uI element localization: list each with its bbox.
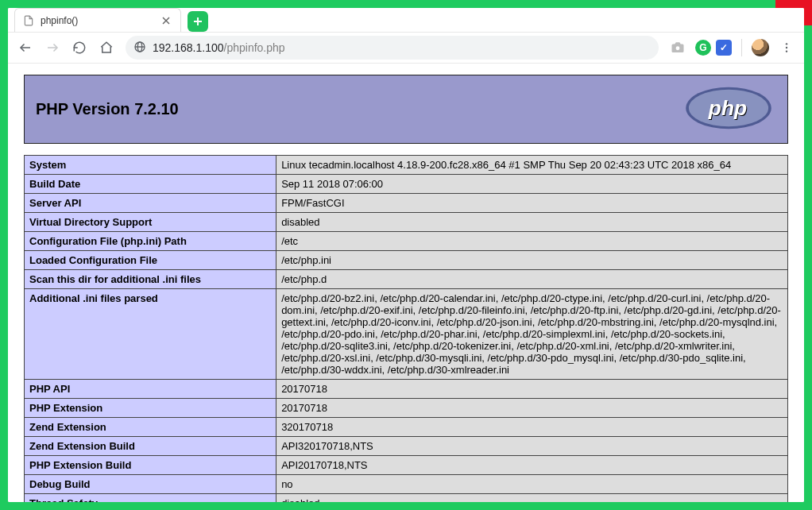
config-value: no [276, 475, 788, 494]
new-tab-button[interactable] [188, 11, 208, 32]
table-row: Zend Extension320170718 [25, 418, 788, 437]
php-version-title: PHP Version 7.2.10 [36, 100, 179, 118]
browser-toolbar: 192.168.1.100/phpinfo.php G ✓ [8, 32, 804, 64]
table-row: Loaded Configuration File/etc/php.ini [25, 251, 788, 270]
config-key: Debug Build [25, 475, 276, 494]
table-row: PHP API20170718 [25, 380, 788, 399]
table-row: Configuration File (php.ini) Path/etc [25, 232, 788, 251]
config-key: PHP API [25, 380, 276, 399]
tab-title: phpinfo() [41, 15, 153, 26]
grammarly-extension-icon[interactable]: G [695, 40, 711, 56]
table-row: Server APIFPM/FastCGI [25, 194, 788, 213]
svg-point-16 [786, 50, 787, 52]
svg-text:php: php [708, 96, 747, 120]
config-key: PHP Extension [25, 399, 276, 418]
svg-point-14 [786, 43, 787, 44]
phpinfo-page: PHP Version 7.2.10 php php SystemLinux t… [8, 64, 804, 502]
toolbar-separator [741, 39, 742, 56]
forward-button[interactable] [40, 35, 65, 60]
extension-icon[interactable]: ✓ [716, 40, 732, 56]
back-button[interactable] [13, 35, 38, 60]
config-value: 20170718 [276, 399, 788, 418]
config-value: FPM/FastCGI [276, 194, 788, 213]
table-row: Additional .ini files parsed/etc/php.d/2… [25, 289, 788, 380]
config-key: Server API [25, 194, 276, 213]
config-key: Zend Extension Build [25, 437, 276, 456]
address-bar[interactable]: 192.168.1.100/phpinfo.php [126, 36, 659, 60]
config-value: disabled [276, 494, 788, 503]
phpinfo-table: SystemLinux tecadmin.localhost 4.18.9-20… [24, 155, 788, 502]
svg-point-13 [676, 46, 680, 50]
file-icon [23, 15, 34, 26]
tab-close-button[interactable] [160, 14, 172, 27]
config-key: System [25, 156, 276, 175]
site-info-icon[interactable] [133, 41, 146, 56]
table-row: PHP Extension BuildAPI20170718,NTS [25, 456, 788, 475]
table-row: Virtual Directory Supportdisabled [25, 213, 788, 232]
config-value: Sep 11 2018 07:06:00 [276, 175, 788, 194]
config-value: /etc/php.d/20-bz2.ini, /etc/php.d/20-cal… [276, 289, 788, 380]
table-row: PHP Extension20170718 [25, 399, 788, 418]
config-value: API20170718,NTS [276, 456, 788, 475]
config-value: API320170718,NTS [276, 437, 788, 456]
config-value: disabled [276, 213, 788, 232]
config-value: /etc/php.d [276, 270, 788, 289]
browser-menu-button[interactable] [774, 35, 799, 60]
browser-window: phpinfo() 192.168.1.100/phpinfo.php [8, 8, 804, 502]
config-key: Thread Safety [25, 494, 276, 503]
reload-button[interactable] [67, 35, 92, 60]
page-viewport[interactable]: PHP Version 7.2.10 php php SystemLinux t… [8, 64, 804, 502]
table-row: SystemLinux tecadmin.localhost 4.18.9-20… [25, 156, 788, 175]
tab-active[interactable]: phpinfo() [14, 8, 181, 32]
table-row: Debug Buildno [25, 475, 788, 494]
php-logo: php php [681, 85, 776, 133]
phpinfo-header: PHP Version 7.2.10 php php [24, 75, 788, 144]
config-key: Virtual Directory Support [25, 213, 276, 232]
config-key: Additional .ini files parsed [25, 289, 276, 380]
config-key: Scan this dir for additional .ini files [25, 270, 276, 289]
config-value: Linux tecadmin.localhost 4.18.9-200.fc28… [276, 156, 788, 175]
config-key: PHP Extension Build [25, 456, 276, 475]
table-row: Thread Safetydisabled [25, 494, 788, 503]
svg-point-15 [786, 47, 787, 48]
config-value: 320170718 [276, 418, 788, 437]
table-row: Scan this dir for additional .ini files/… [25, 270, 788, 289]
screenshot-extension-icon[interactable] [665, 35, 690, 60]
config-value: /etc [276, 232, 788, 251]
config-value: /etc/php.ini [276, 251, 788, 270]
table-row: Build DateSep 11 2018 07:06:00 [25, 175, 788, 194]
config-key: Build Date [25, 175, 276, 194]
config-key: Loaded Configuration File [25, 251, 276, 270]
config-key: Configuration File (php.ini) Path [25, 232, 276, 251]
config-value: 20170718 [276, 380, 788, 399]
tab-strip: phpinfo() [8, 8, 804, 32]
home-button[interactable] [94, 35, 119, 60]
table-row: Zend Extension BuildAPI320170718,NTS [25, 437, 788, 456]
profile-avatar-button[interactable] [752, 39, 769, 56]
url-text: 192.168.1.100/phpinfo.php [153, 41, 651, 54]
config-key: Zend Extension [25, 418, 276, 437]
